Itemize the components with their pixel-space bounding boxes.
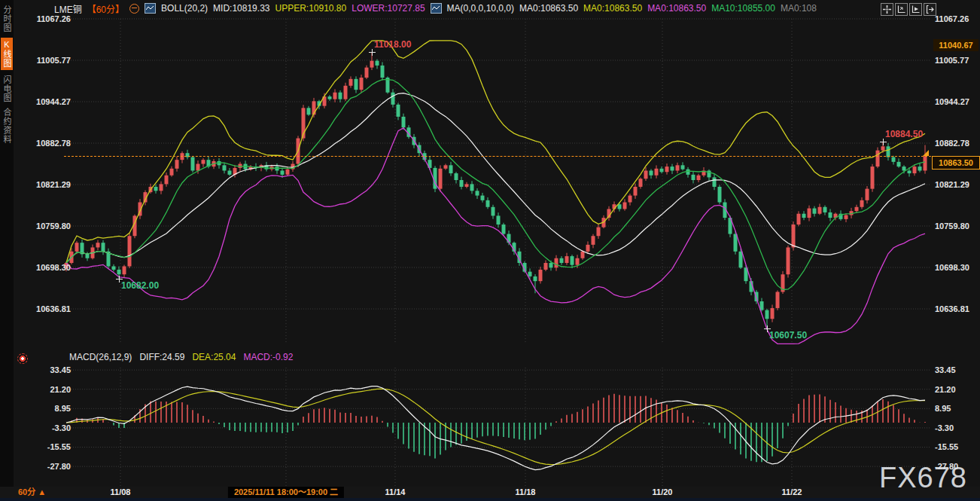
ma-label: MA(0,0,0,10,0,0) [447,3,514,14]
ma-indicator-icon[interactable] [431,3,442,14]
candle-body [481,196,485,200]
ma0-white-value: MA0:10863.50 [519,3,578,14]
macd-header: MACD(26,12,9) DIFF:24.59 DEA:25.04 MACD:… [69,352,293,362]
price-axis-label: 10944.27 [935,96,969,107]
candle-body [391,93,395,105]
macd-axis-label: 33.45 [935,365,956,375]
candle-body [191,157,195,171]
candle-body [170,169,174,176]
date-label: 11/20 [653,487,673,498]
sidebar-tab-kline-chart[interactable]: K线图 [1,38,13,70]
price-arrow-icon [923,150,929,156]
candle-body [560,258,564,263]
boll-indicator-icon[interactable] [145,3,156,14]
ma0-magenta-value: MA0:10863.50 [647,3,706,14]
macd-dea-value: DEA:25.04 [192,352,236,362]
candle-body [586,245,590,252]
axis-scale-icon[interactable] [895,3,908,16]
candle-body [75,243,79,252]
candle-body [713,177,717,187]
candle-body [597,228,601,237]
period-arrow-icon: ▲ [38,487,46,496]
boll-mid-line [66,93,925,263]
axis-play-icon[interactable] [909,3,922,16]
candle-body [528,272,532,276]
candle-body [902,166,906,170]
price-axis-label: 10636.81 [935,304,969,314]
candle-body [202,160,205,163]
candlestick-chart-canvas[interactable] [0,0,980,501]
candle-body [581,252,585,258]
candle-body [765,310,769,319]
ma0-yellow-value: MA0:10863.50 [583,3,642,14]
date-label: 11/14 [385,487,406,498]
crosshair-icon[interactable] [881,3,893,16]
last-price-label: 10863.50 [932,156,980,170]
boll-label: BOLL(20,2) [161,3,208,14]
sidebar-tab-contract-info[interactable]: 合约资料 [1,108,13,144]
sidebar-tab-flash-chart[interactable]: 闪电图 [1,75,13,102]
candle-body [881,146,885,150]
kline-chart-window: 分时图 K线图 闪电图 合约资料 LME铜 【60分】 BOLL(20,2) M… [0,0,980,501]
candle-body [165,176,169,185]
candle-body [154,187,158,191]
candle-body [634,187,638,196]
candle-body [771,308,775,319]
extreme-marker-icon [369,49,376,56]
candle-body [160,184,163,191]
candle-body [444,165,448,168]
price-axis-label: 11005.77 [935,55,969,66]
pan-exit-icon[interactable] [924,3,936,16]
candle-body [650,170,653,175]
candle-body [913,166,917,173]
indicator-header: LME铜 【60分】 BOLL(20,2) MID:10819.33 UPPER… [54,2,817,14]
macd-settings-icon[interactable] [17,353,28,364]
candle-body [660,169,664,172]
candle-body [697,176,701,180]
candle-body [686,170,690,175]
candle-body [455,173,458,180]
candle-body [228,170,232,174]
candle-body [402,117,406,127]
candle-body [96,243,100,247]
high-price-annotation: 10884.50 [885,129,923,139]
candle-body [328,96,332,99]
candle-body [823,207,827,212]
period-indicator[interactable]: 60分 ▲ [18,487,46,498]
candle-body [818,207,822,214]
period-label[interactable]: 【60分】 [87,2,124,15]
candle-body [855,207,859,211]
candle-body [592,236,595,245]
candle-body [739,252,743,267]
price-axis-label: 10759.80 [935,221,969,231]
candle-body [628,196,632,203]
candle-body [486,200,490,207]
extreme-marker-icon [880,139,887,145]
sidebar: 分时图 K线图 闪电图 合约资料 [0,0,14,501]
candle-body [544,263,548,270]
candle-body [449,165,453,173]
price-axis-label: 11067.26 [935,14,969,24]
candle-body [897,162,901,166]
price-axis-label: 10698.30 [935,262,969,273]
candle-body [555,258,558,268]
candle-body [692,175,695,180]
candle-body [808,209,811,218]
ma0-gray-value: MA0:108 [781,3,817,14]
sidebar-tab-time-chart[interactable]: 分时图 [1,5,13,32]
period-menu-icon[interactable] [129,4,139,14]
candle-body [924,156,927,170]
candle-body [281,170,285,174]
candle-body [665,166,669,172]
candle-body [571,256,574,265]
candle-body [349,79,353,86]
macd-axis-label: 8.95 [935,403,951,414]
price-axis-label: 10821.29 [935,179,969,190]
candle-body [102,243,105,252]
candle-body [333,93,337,99]
crosshair-time-readout: 2025/11/11 18:00～19:00 二 [228,487,344,498]
candle-body [128,236,132,266]
candle-body [623,203,627,209]
candle-body [576,258,580,265]
macd-axis-label: 21.20 [935,384,956,395]
